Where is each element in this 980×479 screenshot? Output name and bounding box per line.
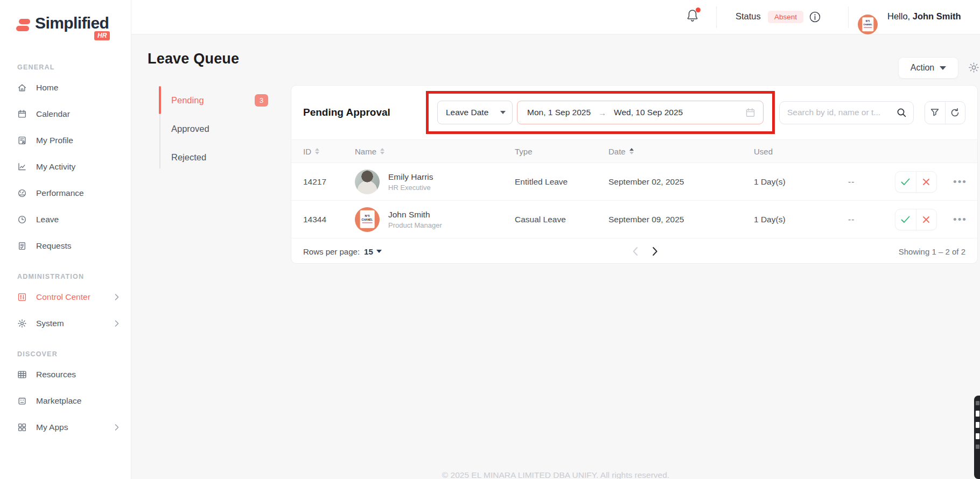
sidebar-item-leave[interactable]: Leave	[0, 206, 131, 233]
clock-icon	[17, 215, 27, 224]
caret-down-icon	[940, 66, 946, 70]
user-avatar[interactable]: N°5CHANEL	[858, 15, 878, 34]
apps-grid-icon	[17, 422, 27, 432]
prev-page-icon[interactable]	[632, 246, 638, 256]
date-end[interactable]: Wed, 10 Sep 2025	[614, 108, 683, 117]
sidebar-item-label: Requests	[36, 241, 71, 251]
settings-gear-icon[interactable]	[968, 62, 979, 73]
rows-per-page: Rows per page: 15	[303, 247, 382, 256]
tab-approved[interactable]: Approved	[159, 115, 283, 143]
table-tools	[925, 101, 965, 124]
range-arrow-icon: →	[598, 108, 606, 117]
request-doc-icon	[17, 241, 27, 251]
table-header-row: ID Name Type Date Used	[291, 139, 977, 163]
topbar-divider	[716, 6, 717, 28]
sidebar-item-label: Calendar	[36, 109, 70, 119]
sidebar-item-home[interactable]: Home	[0, 74, 131, 101]
page-title: Leave Queue	[148, 51, 239, 67]
column-label: Date	[608, 147, 626, 156]
reject-button[interactable]	[916, 209, 937, 230]
main-content: Leave Queue Action Pending 3 Approved Re…	[131, 34, 980, 479]
sidebar-item-label: My Activity	[36, 162, 75, 172]
notification-dot	[696, 8, 701, 12]
cell-used: 1 Day(s)	[754, 177, 848, 187]
gauge-icon	[17, 188, 27, 198]
sidebar-section-label: ADMINISTRATION	[0, 273, 131, 280]
next-page-icon[interactable]	[652, 246, 658, 256]
table-row: 14344 N°5CHANEL John SmithProduct Manage…	[291, 201, 977, 238]
search-icon[interactable]	[897, 108, 907, 118]
cell-id: 14344	[303, 215, 355, 224]
cell-id: 14217	[303, 177, 355, 187]
calendar-icon[interactable]	[745, 108, 755, 118]
tab-rejected[interactable]: Rejected	[159, 143, 283, 172]
tab-pending[interactable]: Pending 3	[159, 86, 283, 115]
app-logo[interactable]: Simplified HR	[0, 9, 131, 50]
rows-per-page-select[interactable]: 15	[364, 247, 382, 256]
sidebar-item-label: Leave	[36, 215, 59, 224]
tab-label: Pending	[171, 95, 204, 105]
tab-label: Rejected	[171, 152, 206, 163]
cell-name: Emily HarrisHR Executive	[355, 170, 515, 194]
topbar: Status Absent N°5CHANEL Hello, John Smit…	[131, 0, 980, 34]
panel-title: Pending Approval	[303, 107, 426, 118]
caret-down-icon	[376, 250, 382, 253]
chevron-right-icon	[115, 294, 119, 300]
employee-avatar: N°5CHANEL	[355, 207, 380, 232]
sidebar-item-requests[interactable]: Requests	[0, 233, 131, 259]
logo-mark-icon	[16, 19, 30, 31]
date-range-input[interactable]: Mon, 1 Sep 2025 → Wed, 10 Sep 2025	[517, 101, 764, 124]
clipped-side-widget[interactable]	[974, 396, 980, 479]
table-footer: Rows per page: 15 Showing 1 – 2 of 2	[291, 238, 977, 264]
sidebar-item-label: System	[36, 319, 64, 328]
sidebar-item-resources[interactable]: Resources	[0, 361, 131, 388]
employee-role: HR Executive	[388, 184, 433, 192]
sidebar-item-label: My Apps	[36, 422, 68, 432]
action-dropdown-button[interactable]: Action	[898, 57, 958, 79]
filter-bar: Pending Approval Leave Date Mon, 1 Sep 2…	[291, 86, 977, 139]
employee-name: Emily Harris	[388, 172, 433, 182]
date-start[interactable]: Mon, 1 Sep 2025	[527, 108, 591, 117]
chevron-right-icon	[115, 424, 119, 431]
brand-hr-badge: HR	[94, 31, 110, 40]
sidebar-item-label: Resources	[36, 370, 76, 379]
sidebar-item-label: Performance	[36, 188, 84, 198]
row-menu-icon[interactable]: •••	[953, 176, 977, 188]
search-box	[779, 101, 914, 124]
sidebar-item-system[interactable]: System	[0, 310, 131, 336]
activity-chart-icon	[17, 162, 27, 172]
home-icon	[17, 83, 27, 93]
refresh-icon[interactable]	[945, 102, 965, 124]
status-label: Status	[736, 11, 761, 22]
sidebar-item-label: Control Center	[36, 292, 90, 302]
table-row: 14217 Emily HarrisHR Executive Entitled …	[291, 163, 977, 201]
filter-field-select[interactable]: Leave Date	[437, 101, 513, 124]
column-label: Type	[515, 147, 533, 156]
user-name: John Smith	[913, 11, 961, 21]
sidebar-item-my-apps[interactable]: My Apps	[0, 414, 131, 440]
caret-down-icon	[500, 111, 506, 114]
info-icon[interactable]	[809, 11, 821, 23]
sort-icon[interactable]	[629, 148, 634, 154]
sidebar-item-performance[interactable]: Performance	[0, 180, 131, 206]
sidebar-item-calendar[interactable]: Calendar	[0, 101, 131, 127]
column-label: ID	[303, 147, 311, 156]
sidebar-item-my-activity[interactable]: My Activity	[0, 153, 131, 180]
sidebar-item-my-profile[interactable]: My Profile	[0, 127, 131, 153]
sidebar-item-control-center[interactable]: Control Center	[0, 284, 131, 310]
filter-funnel-icon[interactable]	[925, 102, 945, 124]
approve-button[interactable]	[895, 209, 916, 230]
cell-type: Casual Leave	[515, 215, 608, 224]
approve-button[interactable]	[895, 172, 916, 192]
sort-icon[interactable]	[315, 148, 319, 154]
sort-icon[interactable]	[380, 148, 384, 154]
reject-button[interactable]	[916, 172, 937, 192]
search-input[interactable]	[787, 108, 892, 117]
row-menu-icon[interactable]: •••	[953, 214, 977, 226]
notifications-bell-icon[interactable]	[686, 9, 700, 25]
status-badge: Absent	[768, 11, 803, 23]
cell-date: September 09, 2025	[608, 215, 754, 224]
sidebar-item-marketplace[interactable]: Marketplace	[0, 388, 131, 414]
topbar-divider	[848, 6, 849, 28]
table-grid-icon	[17, 370, 27, 379]
